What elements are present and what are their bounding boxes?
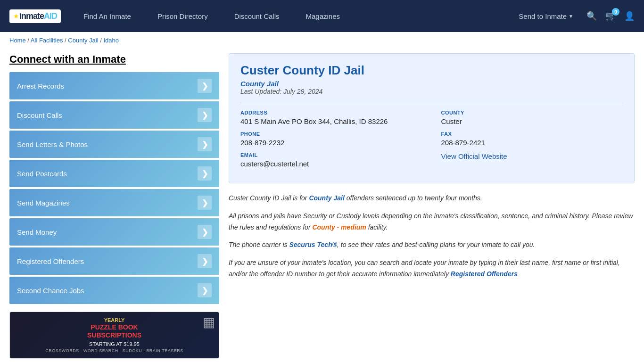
sidebar-item-second-chance-jobs[interactable]: Second Chance Jobs ❯ (9, 277, 219, 304)
description-para3: The phone carrier is Securus Tech®, to s… (229, 239, 635, 251)
site-header: ★ inmateAID Find An Inmate Prison Direct… (0, 0, 644, 32)
logo[interactable]: ★ inmateAID (9, 9, 61, 23)
phone-value: 208-879-2232 (240, 139, 422, 147)
sidebar-item-label: Registered Offenders (17, 257, 84, 265)
description-para4: If you are unsure of your inmate's locat… (229, 257, 635, 280)
breadcrumb-county-jail[interactable]: County Jail (68, 37, 98, 44)
arrow-icon: ❯ (198, 79, 212, 93)
sidebar: Connect with an Inmate Arrest Records ❯ … (9, 53, 219, 359)
sidebar-item-label: Send Magazines (17, 199, 70, 207)
search-icon[interactable]: 🔍 (586, 11, 597, 21)
arrow-icon: ❯ (198, 254, 212, 268)
arrow-icon: ❯ (198, 137, 212, 151)
arrow-icon: ❯ (198, 225, 212, 239)
nav-magazines[interactable]: Magazines (293, 0, 354, 32)
county-value: Custer (441, 117, 623, 125)
chevron-down-icon: ▼ (569, 14, 573, 19)
sidebar-item-label: Send Postcards (17, 170, 67, 178)
logo-text: inmateAID (19, 11, 57, 21)
ad-types: CROSSWORDS · WORD SEARCH · SUDOKU · BRAI… (45, 348, 183, 353)
phone-label: PHONE (240, 131, 422, 137)
facility-description: Custer County ID Jail is for County Jail… (229, 193, 635, 280)
county-medium-highlight: County - medium (312, 223, 366, 231)
cart-badge: 0 (612, 8, 619, 16)
nav-discount-calls[interactable]: Discount Calls (221, 0, 293, 32)
breadcrumb-home[interactable]: Home (9, 37, 26, 44)
address-label: ADDRESS (240, 110, 422, 115)
sidebar-item-label: Arrest Records (17, 82, 64, 90)
county-label: COUNTY (441, 110, 623, 115)
sidebar-item-registered-offenders[interactable]: Registered Offenders ❯ (9, 247, 219, 275)
sidebar-item-label: Send Letters & Photos (17, 140, 88, 148)
sidebar-item-label: Second Chance Jobs (17, 287, 84, 295)
sidebar-item-discount-calls[interactable]: Discount Calls ❯ (9, 101, 219, 129)
sidebar-item-send-money[interactable]: Send Money ❯ (9, 218, 219, 246)
ad-price: STARTING AT $19.95 (89, 341, 140, 347)
sidebar-item-label: Send Money (17, 228, 57, 236)
breadcrumb-state[interactable]: Idaho (103, 37, 119, 44)
arrow-icon: ❯ (198, 108, 212, 122)
registered-offenders-link[interactable]: Registered Offenders (451, 270, 518, 278)
sidebar-item-arrest-records[interactable]: Arrest Records ❯ (9, 72, 219, 99)
divider (240, 103, 623, 103)
ad-content: ▦ YEARLY PUZZLE BOOK SUBSCRIPTIONS START… (10, 312, 219, 358)
send-to-inmate-button[interactable]: Send to Inmate ▼ (514, 0, 578, 32)
arrow-icon: ❯ (198, 166, 212, 181)
main-nav: Find An Inmate Prison Directory Discount… (70, 0, 514, 32)
address-value: 401 S Main Ave PO Box 344, Challis, ID 8… (240, 117, 422, 125)
sidebar-item-send-magazines[interactable]: Send Magazines ❯ (9, 189, 219, 216)
fax-value: 208-879-2421 (441, 139, 623, 147)
sidebar-item-send-postcards[interactable]: Send Postcards ❯ (9, 160, 219, 187)
facility-details: ADDRESS 401 S Main Ave PO Box 344, Chall… (240, 110, 623, 173)
sidebar-advertisement[interactable]: ▦ YEARLY PUZZLE BOOK SUBSCRIPTIONS START… (9, 312, 219, 359)
view-official-website-link[interactable]: View Official Website (441, 152, 507, 160)
facility-card: Custer County ID Jail County Jail Last U… (229, 53, 635, 183)
nav-find-an-inmate[interactable]: Find An Inmate (70, 0, 144, 32)
facility-last-updated: Last Updated: July 29, 2024 (240, 88, 623, 95)
description-para1: Custer County ID Jail is for County Jail… (229, 193, 635, 204)
description-para2: All prisons and jails have Security or C… (229, 211, 635, 233)
logo-star: ★ (13, 12, 19, 20)
email-label: EMAIL (240, 152, 422, 158)
main-content: Custer County ID Jail County Jail Last U… (229, 53, 635, 359)
arrow-icon: ❯ (198, 283, 212, 297)
sidebar-menu: Arrest Records ❯ Discount Calls ❯ Send L… (9, 72, 219, 304)
main-layout: Connect with an Inmate Arrest Records ❯ … (0, 49, 644, 362)
fax-label: FAX (441, 131, 623, 137)
securus-tech-highlight: Securus Tech® (289, 241, 337, 248)
user-icon[interactable]: 👤 (624, 11, 635, 21)
puzzle-grid-icon: ▦ (203, 316, 215, 329)
sidebar-title: Connect with an Inmate (9, 53, 219, 66)
cart-icon[interactable]: 🛒 0 (605, 11, 616, 21)
breadcrumb-all-facilities[interactable]: All Facilities (31, 37, 63, 44)
address-col: ADDRESS 401 S Main Ave PO Box 344, Chall… (240, 110, 422, 173)
breadcrumb: Home / All Facilities / County Jail / Id… (0, 32, 644, 49)
county-jail-highlight: County Jail (309, 194, 344, 202)
county-col: COUNTY Custer FAX 208-879-2421 View Offi… (441, 110, 623, 173)
header-actions: Send to Inmate ▼ 🔍 🛒 0 👤 (514, 0, 635, 32)
sidebar-item-send-letters[interactable]: Send Letters & Photos ❯ (9, 131, 219, 158)
email-value: custers@custertel.net (240, 160, 422, 168)
facility-type: County Jail (240, 80, 623, 88)
facility-name: Custer County ID Jail (240, 63, 623, 78)
arrow-icon: ❯ (198, 196, 212, 210)
sidebar-item-label: Discount Calls (17, 111, 62, 119)
nav-prison-directory[interactable]: Prison Directory (144, 0, 221, 32)
